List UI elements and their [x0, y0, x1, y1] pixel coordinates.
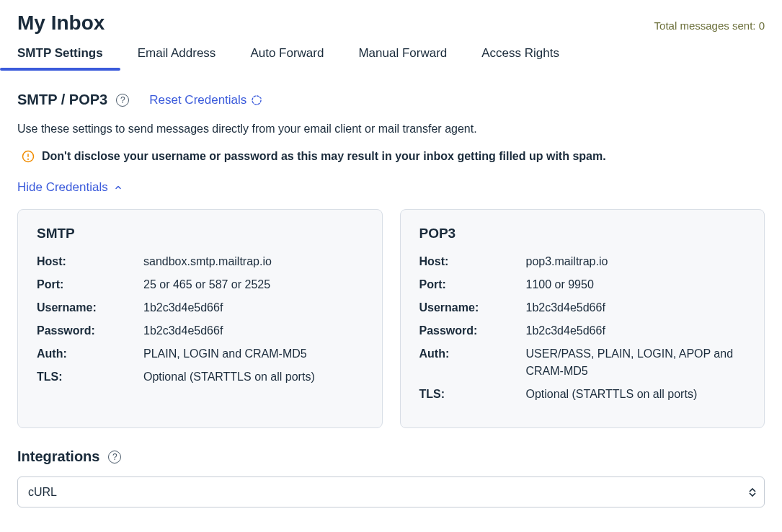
- pop3-tls-value: Optional (STARTTLS on all ports): [526, 386, 746, 403]
- pop3-card: POP3 Host: pop3.mailtrap.io Port: 1100 o…: [400, 209, 765, 428]
- pop3-auth-value: USER/PASS, PLAIN, LOGIN, APOP and CRAM-M…: [526, 345, 746, 380]
- tab-auto-forward[interactable]: Auto Forward: [250, 46, 324, 71]
- smtp-password-label: Password:: [37, 322, 143, 340]
- svg-point-2: [28, 159, 29, 159]
- reset-credentials-link[interactable]: Reset Credentials: [149, 93, 262, 107]
- smtp-auth-value: PLAIN, LOGIN and CRAM-MD5: [143, 345, 363, 363]
- pop3-password-label: Password:: [419, 322, 526, 340]
- page-title: My Inbox: [17, 12, 105, 35]
- smtp-host-value: sandbox.smtp.mailtrap.io: [143, 253, 363, 270]
- smtp-username-label: Username:: [37, 299, 143, 316]
- pop3-auth-label: Auth:: [419, 345, 526, 363]
- help-icon[interactable]: ?: [116, 94, 129, 107]
- tab-email-address[interactable]: Email Address: [138, 46, 216, 71]
- reset-credentials-label: Reset Credentials: [149, 93, 246, 107]
- pop3-host-value: pop3.mailtrap.io: [526, 253, 746, 270]
- section-description: Use these settings to send messages dire…: [17, 123, 765, 136]
- smtp-tls-label: TLS:: [37, 368, 143, 386]
- pop3-port-label: Port:: [419, 276, 526, 293]
- smtp-card-title: SMTP: [37, 226, 363, 241]
- smtp-auth-label: Auth:: [37, 345, 143, 363]
- smtp-port-value: 25 or 465 or 587 or 2525: [143, 276, 363, 293]
- smtp-username-value: 1b2c3d4e5d66f: [143, 299, 363, 316]
- refresh-icon: [251, 94, 262, 106]
- pop3-card-title: POP3: [419, 226, 746, 241]
- smtp-password-value: 1b2c3d4e5d66f: [143, 322, 363, 340]
- pop3-tls-label: TLS:: [419, 386, 526, 403]
- tab-access-rights[interactable]: Access Rights: [481, 46, 559, 71]
- smtp-host-label: Host:: [37, 253, 143, 270]
- help-icon[interactable]: ?: [108, 451, 121, 464]
- hide-credentials-toggle[interactable]: Hide Credentials: [17, 180, 123, 195]
- pop3-username-value: 1b2c3d4e5d66f: [526, 299, 746, 316]
- pop3-port-value: 1100 or 9950: [526, 276, 746, 293]
- integrations-title: Integrations: [17, 448, 99, 465]
- tab-manual-forward[interactable]: Manual Forward: [358, 46, 447, 71]
- section-title: SMTP / POP3: [17, 92, 107, 108]
- smtp-port-label: Port:: [37, 276, 143, 293]
- warning-text: Don't disclose your username or password…: [42, 150, 606, 163]
- integrations-select[interactable]: cURL: [17, 476, 765, 507]
- hide-credentials-label: Hide Credentials: [17, 180, 108, 195]
- warning-icon: [22, 150, 35, 163]
- pop3-host-label: Host:: [419, 253, 526, 270]
- tab-smtp-settings[interactable]: SMTP Settings: [17, 46, 103, 71]
- total-messages-sent: Total messages sent: 0: [654, 19, 765, 32]
- smtp-tls-value: Optional (STARTTLS on all ports): [143, 368, 363, 386]
- smtp-card: SMTP Host: sandbox.smtp.mailtrap.io Port…: [17, 209, 383, 428]
- tabs-bar: SMTP Settings Email Address Auto Forward…: [17, 46, 765, 71]
- chevron-up-icon: [114, 183, 123, 192]
- pop3-username-label: Username:: [419, 299, 526, 316]
- pop3-password-value: 1b2c3d4e5d66f: [526, 322, 746, 340]
